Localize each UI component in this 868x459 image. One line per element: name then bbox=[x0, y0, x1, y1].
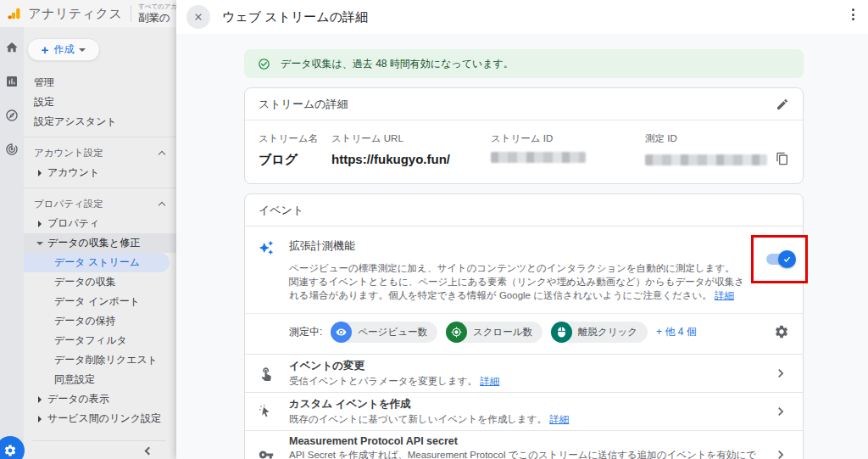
create-button[interactable]: + 作成 bbox=[27, 38, 100, 61]
pencil-icon bbox=[776, 98, 789, 111]
enhanced-measurement-title: 拡張計測機能 bbox=[289, 238, 751, 254]
key-icon bbox=[259, 447, 275, 459]
magic-cursor-icon bbox=[259, 404, 275, 419]
measuring-row: 測定中: ページビュー数 スクロール数 bbox=[245, 313, 803, 354]
stream-details-card: ストリームの詳細 ストリーム名 ブログ ストリーム URL https://fu… bbox=[244, 87, 804, 184]
data-collection-banner: データ収集は、過去 48 時間有効になっています。 bbox=[244, 49, 804, 78]
badge-outbound-clicks: 離脱クリック bbox=[551, 322, 648, 343]
check-icon bbox=[782, 255, 792, 264]
redacted-measurement-id bbox=[645, 154, 767, 165]
touch-icon bbox=[259, 366, 275, 381]
gear-icon bbox=[774, 324, 789, 339]
sidebar-item-data-collection-parent[interactable]: データの収集と修正 bbox=[24, 233, 176, 253]
sidebar-item-data-collection[interactable]: データの収集 bbox=[24, 272, 176, 292]
chevron-down-icon bbox=[79, 48, 86, 52]
home-icon[interactable] bbox=[5, 41, 19, 54]
panel-title: ウェブ ストリームの詳細 bbox=[222, 9, 368, 25]
account-scope-label: すべてのアカ bbox=[138, 3, 176, 11]
chevron-up-icon bbox=[159, 150, 165, 157]
events-header: イベント bbox=[245, 194, 803, 227]
chevron-up-icon bbox=[159, 201, 165, 208]
detail-link[interactable]: 詳細 bbox=[480, 376, 499, 386]
advertising-icon[interactable] bbox=[5, 143, 19, 156]
card-title: イベント bbox=[259, 203, 303, 218]
topbar-divider bbox=[131, 5, 131, 22]
sidebar-divider bbox=[24, 137, 176, 137]
sidebar-item-data-filters[interactable]: データフィルタ bbox=[24, 331, 176, 350]
chevron-right-icon[interactable] bbox=[772, 403, 789, 420]
crosshair-icon bbox=[446, 322, 467, 343]
sidebar-bottom-divider bbox=[32, 440, 166, 441]
sidebar-item-data-display[interactable]: データの表示 bbox=[24, 389, 176, 409]
sidebar-item-consent-settings[interactable]: 同意設定 bbox=[24, 370, 176, 389]
sidebar-item-account[interactable]: アカウント bbox=[24, 163, 176, 182]
badge-pageviews: ページビュー数 bbox=[331, 322, 437, 343]
stream-fields: ストリーム名 ブログ ストリーム URL https://fukugyo.fun… bbox=[245, 120, 803, 183]
copy-button[interactable] bbox=[776, 152, 789, 165]
chevron-right-icon[interactable] bbox=[772, 446, 789, 459]
chevron-right-icon[interactable] bbox=[772, 365, 789, 382]
toggle-thumb bbox=[778, 250, 796, 268]
reports-icon[interactable] bbox=[5, 75, 19, 88]
analytics-logo-icon bbox=[7, 5, 21, 22]
auto-awesome-icon bbox=[259, 238, 289, 303]
detail-link[interactable]: 詳細 bbox=[715, 290, 734, 300]
panel-content: データ収集は、過去 48 時間有効になっています。 ストリームの詳細 ストリーム… bbox=[244, 34, 804, 459]
detail-link[interactable]: 詳細 bbox=[549, 414, 569, 424]
section-property-settings[interactable]: プロパティ設定 bbox=[24, 193, 176, 214]
card-title: ストリームの詳細 bbox=[259, 97, 348, 112]
sidebar-item-settings[interactable]: 設定 bbox=[24, 92, 176, 112]
brand-title: アナリティクス bbox=[28, 6, 122, 22]
measurement-settings-button[interactable] bbox=[774, 324, 789, 339]
enhanced-measurement-section: 拡張計測機能 ページビューの標準測定に加え、サイトのコンテンツとのインタラクショ… bbox=[245, 227, 803, 313]
badge-scrolls: スクロール数 bbox=[446, 322, 542, 343]
sidebar-divider bbox=[24, 188, 176, 188]
expand-arrow-icon bbox=[34, 416, 46, 423]
account-switcher[interactable]: すべてのアカ 副業の bbox=[138, 3, 176, 25]
create-button-label: 作成 bbox=[53, 42, 74, 57]
account-name: 副業の bbox=[138, 11, 176, 25]
eye-icon bbox=[331, 322, 352, 343]
section-account-settings[interactable]: アカウント設定 bbox=[24, 143, 176, 163]
expand-arrow-icon bbox=[34, 396, 46, 403]
sidebar-item-data-import[interactable]: データ インポート bbox=[24, 292, 176, 311]
field-measurement-id: 測定 ID bbox=[645, 132, 789, 168]
sidebar-item-data-retention[interactable]: データの保持 bbox=[24, 311, 176, 331]
field-stream-id: ストリーム ID bbox=[491, 132, 645, 168]
sidebar-item-setup-assistant[interactable]: 設定アシスタント bbox=[24, 112, 176, 132]
annotation-red-box bbox=[751, 235, 808, 283]
expand-arrow-icon bbox=[34, 221, 46, 227]
row-create-custom-event[interactable]: カスタム イベントを作成 既存のイベントに基づいて新しいイベントを作成します。 … bbox=[245, 392, 803, 430]
edit-button[interactable] bbox=[776, 98, 789, 111]
events-card: イベント 拡張計測機能 ページビューの標準測定に加え、サイトのコンテンツとのイン… bbox=[244, 193, 804, 459]
more-options-button[interactable] bbox=[849, 5, 858, 24]
enhanced-measurement-description: ページビューの標準測定に加え、サイトのコンテンツとのインタラクションを自動的に測… bbox=[289, 262, 751, 303]
explore-icon[interactable] bbox=[5, 109, 19, 122]
sidebar-item-data-deletion-requests[interactable]: データ削除リクエスト bbox=[24, 350, 176, 370]
row-measurement-protocol[interactable]: Measurement Protocol API secret API Secr… bbox=[245, 430, 803, 459]
sidebar-item-product-links[interactable]: サービス間のリンク設定 bbox=[24, 409, 176, 428]
enhanced-measurement-toggle[interactable] bbox=[766, 254, 793, 265]
close-button[interactable] bbox=[186, 5, 210, 29]
check-circle-icon bbox=[258, 58, 270, 70]
measuring-label: 測定中: bbox=[289, 325, 322, 339]
admin-sidebar: + 作成 管理 設定 設定アシスタント アカウント設定 アカウント プロパティ設… bbox=[24, 27, 176, 459]
gear-icon bbox=[3, 444, 17, 457]
row-modify-events[interactable]: イベントの変更 受信イベントとパラメータを変更します。 詳細 bbox=[245, 354, 803, 392]
collapse-arrow-icon bbox=[34, 242, 46, 245]
copy-icon bbox=[776, 152, 789, 165]
panel-header: ウェブ ストリームの詳細 bbox=[176, 0, 868, 34]
sidebar-item-admin[interactable]: 管理 bbox=[24, 73, 176, 92]
plus-icon: + bbox=[42, 43, 49, 56]
mouse-icon bbox=[551, 322, 572, 343]
expand-arrow-icon bbox=[34, 170, 46, 176]
more-events-link[interactable]: + 他 4 個 bbox=[656, 325, 697, 339]
web-stream-details-panel: ウェブ ストリームの詳細 データ収集は、過去 48 時間有効になっています。 ス… bbox=[176, 0, 868, 459]
field-stream-name: ストリーム名 ブログ bbox=[259, 132, 331, 168]
stream-details-header: ストリームの詳細 bbox=[245, 88, 803, 120]
left-nav-rail bbox=[0, 27, 24, 459]
close-icon bbox=[193, 12, 203, 22]
app-top-bar: アナリティクス すべてのアカ 副業の bbox=[0, 0, 176, 27]
sidebar-item-data-streams[interactable]: データ ストリーム bbox=[24, 253, 170, 272]
sidebar-item-property[interactable]: プロパティ bbox=[24, 214, 176, 233]
